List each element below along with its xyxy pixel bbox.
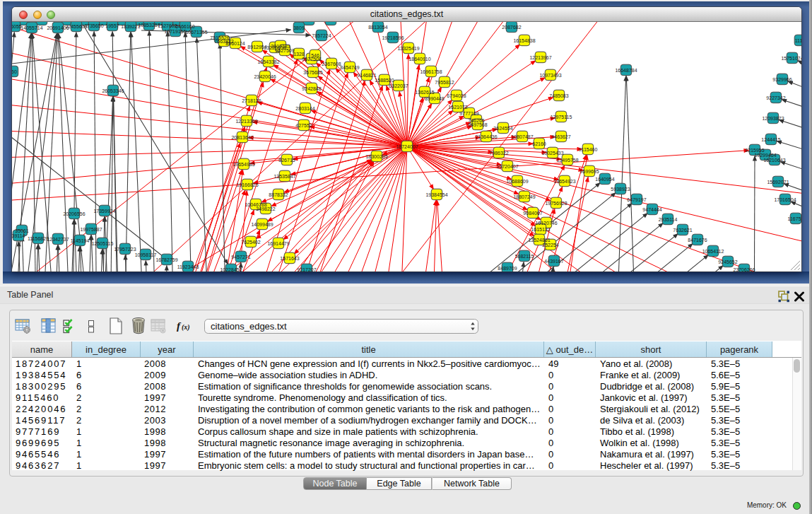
svg-text:252254: 252254 bbox=[542, 243, 558, 247]
svg-text:2718126: 2718126 bbox=[242, 98, 261, 103]
svg-text:17359924: 17359924 bbox=[93, 209, 115, 214]
svg-text:19654923: 19654923 bbox=[553, 179, 575, 184]
svg-text:16782759: 16782759 bbox=[155, 257, 177, 262]
svg-text:10688609: 10688609 bbox=[506, 179, 528, 184]
svg-text:20813640: 20813640 bbox=[231, 135, 253, 140]
svg-text:427552: 427552 bbox=[295, 123, 312, 128]
svg-text:8813054: 8813054 bbox=[368, 25, 387, 30]
svg-text:13524861: 13524861 bbox=[528, 238, 550, 243]
svg-text:8489709: 8489709 bbox=[498, 266, 517, 271]
svg-text:1640954: 1640954 bbox=[595, 177, 614, 182]
svg-text:1328: 1328 bbox=[293, 52, 305, 57]
svg-text:12213967: 12213967 bbox=[529, 55, 551, 60]
svg-text:23420046: 23420046 bbox=[254, 74, 276, 79]
svg-text:15720407: 15720407 bbox=[496, 164, 518, 169]
svg-text:116753: 116753 bbox=[788, 216, 801, 221]
svg-text:18300295: 18300295 bbox=[365, 154, 387, 159]
svg-text:15751074: 15751074 bbox=[781, 56, 801, 61]
svg-text:18640910: 18640910 bbox=[408, 57, 430, 62]
svg-text:23706266: 23706266 bbox=[733, 267, 755, 271]
svg-text:20206556: 20206556 bbox=[63, 211, 85, 216]
svg-text:2087682: 2087682 bbox=[502, 25, 521, 30]
svg-text:1362615: 1362615 bbox=[415, 90, 434, 95]
svg-text:5938923: 5938923 bbox=[611, 187, 630, 192]
svg-text:11923448: 11923448 bbox=[177, 264, 199, 269]
svg-text:8215955: 8215955 bbox=[745, 148, 764, 153]
svg-text:6497568: 6497568 bbox=[468, 122, 487, 127]
svg-text:8990448: 8990448 bbox=[425, 96, 444, 101]
svg-text:1145194: 1145194 bbox=[71, 238, 90, 243]
svg-text:13535847: 13535847 bbox=[273, 174, 295, 179]
svg-text:9245652: 9245652 bbox=[718, 259, 737, 264]
svg-text:14099489: 14099489 bbox=[251, 222, 273, 227]
svg-text:8878332: 8878332 bbox=[269, 192, 288, 197]
svg-text:3809: 3809 bbox=[293, 25, 305, 30]
svg-text:16961758: 16961758 bbox=[420, 69, 442, 74]
svg-text:4439167: 4439167 bbox=[544, 259, 563, 264]
svg-text:10958117: 10958117 bbox=[135, 252, 157, 257]
svg-text:16210643: 16210643 bbox=[763, 158, 785, 163]
svg-text:19557: 19557 bbox=[105, 23, 119, 28]
svg-text:9329966: 9329966 bbox=[772, 77, 792, 82]
svg-text:6466160: 6466160 bbox=[175, 24, 194, 29]
svg-text:1112: 1112 bbox=[795, 38, 801, 43]
svg-text:4735650: 4735650 bbox=[84, 23, 103, 28]
svg-text:19654985: 19654985 bbox=[233, 162, 254, 167]
svg-text:8471676: 8471676 bbox=[688, 238, 707, 243]
svg-text:11156829: 11156829 bbox=[28, 236, 49, 241]
svg-text:9217207: 9217207 bbox=[297, 267, 316, 271]
svg-text:13495758: 13495758 bbox=[556, 158, 578, 163]
svg-text:35061: 35061 bbox=[15, 228, 29, 233]
svg-text:9146821: 9146821 bbox=[357, 73, 376, 78]
svg-text:10671355: 10671355 bbox=[185, 30, 207, 35]
svg-text:7625402: 7625402 bbox=[241, 240, 260, 245]
svg-text:2935114: 2935114 bbox=[659, 217, 678, 222]
svg-text:9777169: 9777169 bbox=[459, 111, 478, 116]
svg-text:10654112: 10654112 bbox=[702, 249, 724, 254]
svg-text:19975887: 19975887 bbox=[80, 227, 102, 232]
svg-text:9457271: 9457271 bbox=[231, 255, 250, 259]
svg-text:26053346: 26053346 bbox=[102, 88, 124, 93]
svg-text:f: f bbox=[177, 320, 182, 332]
svg-text:10853287: 10853287 bbox=[138, 23, 160, 28]
svg-text:15692071: 15692071 bbox=[767, 180, 789, 185]
svg-text:7955812: 7955812 bbox=[435, 80, 454, 85]
svg-text:1571643: 1571643 bbox=[280, 256, 299, 261]
svg-text:12975115: 12975115 bbox=[551, 115, 572, 119]
svg-text:12342737: 12342737 bbox=[47, 237, 69, 242]
svg-text:7485083: 7485083 bbox=[549, 93, 568, 98]
svg-text:12505115: 12505115 bbox=[92, 241, 114, 246]
svg-text:546: 546 bbox=[311, 53, 319, 58]
svg-text:150: 150 bbox=[12, 69, 17, 74]
svg-text:1244415: 1244415 bbox=[761, 137, 780, 142]
svg-text:(x): (x) bbox=[182, 323, 190, 332]
svg-text:16914479: 16914479 bbox=[267, 241, 289, 246]
svg-text:10228452: 10228452 bbox=[220, 267, 242, 271]
svg-text:7632621: 7632621 bbox=[673, 228, 692, 233]
svg-text:7857224: 7857224 bbox=[312, 33, 331, 38]
svg-text:19384554: 19384554 bbox=[425, 192, 447, 197]
svg-text:3675685: 3675685 bbox=[303, 70, 322, 75]
svg-text:1527602: 1527602 bbox=[158, 23, 177, 28]
svg-text:10719155: 10719155 bbox=[164, 29, 186, 34]
svg-text:9474444: 9474444 bbox=[642, 207, 661, 212]
svg-text:1588520: 1588520 bbox=[375, 78, 394, 83]
svg-text:9115460: 9115460 bbox=[579, 147, 598, 152]
svg-text:9527509: 9527509 bbox=[275, 48, 294, 53]
svg-text:19166825: 19166825 bbox=[236, 182, 258, 187]
svg-text:19218596: 19218596 bbox=[382, 35, 404, 40]
svg-text:6794028: 6794028 bbox=[447, 93, 466, 98]
svg-text:14055714: 14055714 bbox=[20, 25, 42, 30]
svg-text:62160: 62160 bbox=[532, 141, 546, 146]
svg-text:9227342: 9227342 bbox=[766, 95, 785, 100]
svg-text:5682115: 5682115 bbox=[515, 254, 534, 259]
svg-text:10807487: 10807487 bbox=[511, 134, 533, 139]
svg-text:9463627: 9463627 bbox=[551, 134, 570, 139]
svg-text:21364436: 21364436 bbox=[475, 134, 497, 139]
svg-text:19756928: 19756928 bbox=[545, 201, 567, 206]
svg-text:2367608: 2367608 bbox=[322, 62, 341, 66]
svg-text:12093873: 12093873 bbox=[762, 116, 784, 121]
svg-text:16543382: 16543382 bbox=[257, 59, 279, 64]
svg-text:8960124: 8960124 bbox=[225, 41, 245, 46]
svg-text:3498222: 3498222 bbox=[256, 206, 275, 211]
